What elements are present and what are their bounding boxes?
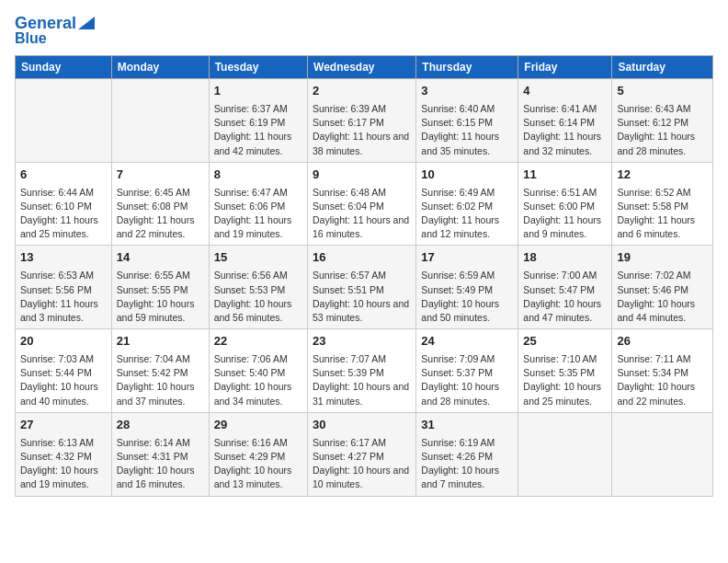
- day-content: Sunrise: 6:59 AM Sunset: 5:49 PM Dayligh…: [421, 269, 513, 325]
- calendar-cell: 7Sunrise: 6:45 AM Sunset: 6:08 PM Daylig…: [111, 162, 209, 246]
- logo-subtext: Blue: [15, 31, 47, 46]
- weekday-header-cell: Saturday: [612, 56, 713, 79]
- day-content: Sunrise: 6:37 AM Sunset: 6:19 PM Dayligh…: [214, 102, 302, 158]
- day-content: Sunrise: 7:11 AM Sunset: 5:34 PM Dayligh…: [617, 352, 708, 408]
- calendar-cell: 10Sunrise: 6:49 AM Sunset: 6:02 PM Dayli…: [416, 162, 518, 246]
- calendar-cell: 11Sunrise: 6:51 AM Sunset: 6:00 PM Dayli…: [518, 162, 612, 246]
- calendar-cell: 20Sunrise: 7:03 AM Sunset: 5:44 PM Dayli…: [16, 329, 112, 413]
- calendar-cell: 28Sunrise: 6:14 AM Sunset: 4:31 PM Dayli…: [111, 412, 209, 496]
- day-content: Sunrise: 6:49 AM Sunset: 6:02 PM Dayligh…: [421, 186, 513, 242]
- calendar-cell: 21Sunrise: 7:04 AM Sunset: 5:42 PM Dayli…: [111, 329, 209, 413]
- day-number: 8: [214, 167, 302, 184]
- calendar-week-row: 13Sunrise: 6:53 AM Sunset: 5:56 PM Dayli…: [16, 246, 713, 329]
- day-number: 2: [313, 83, 411, 100]
- day-content: Sunrise: 6:13 AM Sunset: 4:32 PM Dayligh…: [20, 436, 107, 492]
- day-content: Sunrise: 6:16 AM Sunset: 4:29 PM Dayligh…: [214, 436, 302, 492]
- weekday-header-cell: Monday: [111, 56, 209, 79]
- calendar-cell: 16Sunrise: 6:57 AM Sunset: 5:51 PM Dayli…: [308, 246, 416, 329]
- day-content: Sunrise: 7:03 AM Sunset: 5:44 PM Dayligh…: [20, 352, 107, 408]
- day-content: Sunrise: 6:57 AM Sunset: 5:51 PM Dayligh…: [313, 269, 411, 325]
- calendar-cell: [16, 79, 112, 163]
- weekday-header-cell: Wednesday: [308, 56, 416, 79]
- day-number: 25: [523, 333, 607, 350]
- calendar-cell: 30Sunrise: 6:17 AM Sunset: 4:27 PM Dayli…: [308, 412, 416, 496]
- day-number: 21: [117, 333, 204, 350]
- day-content: Sunrise: 6:47 AM Sunset: 6:06 PM Dayligh…: [214, 186, 302, 242]
- day-content: Sunrise: 6:43 AM Sunset: 6:12 PM Dayligh…: [617, 102, 708, 158]
- day-number: 26: [617, 333, 708, 350]
- day-content: Sunrise: 7:02 AM Sunset: 5:46 PM Dayligh…: [617, 269, 708, 325]
- calendar-cell: 3Sunrise: 6:40 AM Sunset: 6:15 PM Daylig…: [416, 79, 518, 163]
- calendar-cell: 4Sunrise: 6:41 AM Sunset: 6:14 PM Daylig…: [518, 79, 612, 163]
- weekday-header-row: SundayMondayTuesdayWednesdayThursdayFrid…: [16, 56, 713, 79]
- calendar-cell: 14Sunrise: 6:55 AM Sunset: 5:55 PM Dayli…: [111, 246, 209, 329]
- day-content: Sunrise: 6:44 AM Sunset: 6:10 PM Dayligh…: [20, 186, 107, 242]
- day-content: Sunrise: 7:00 AM Sunset: 5:47 PM Dayligh…: [523, 269, 607, 325]
- day-number: 22: [214, 333, 302, 350]
- day-content: Sunrise: 6:39 AM Sunset: 6:17 PM Dayligh…: [313, 102, 411, 158]
- day-number: 13: [20, 249, 107, 267]
- day-number: 5: [617, 83, 708, 100]
- day-number: 27: [20, 417, 107, 434]
- calendar-cell: 6Sunrise: 6:44 AM Sunset: 6:10 PM Daylig…: [16, 162, 112, 246]
- calendar-cell: 31Sunrise: 6:19 AM Sunset: 4:26 PM Dayli…: [416, 412, 518, 496]
- weekday-header-cell: Tuesday: [209, 56, 307, 79]
- day-number: 10: [421, 167, 513, 184]
- day-number: 16: [313, 249, 411, 267]
- day-content: Sunrise: 6:53 AM Sunset: 5:56 PM Dayligh…: [20, 269, 107, 325]
- calendar-cell: 5Sunrise: 6:43 AM Sunset: 6:12 PM Daylig…: [612, 79, 713, 163]
- day-content: Sunrise: 7:07 AM Sunset: 5:39 PM Dayligh…: [313, 352, 411, 408]
- calendar-week-row: 6Sunrise: 6:44 AM Sunset: 6:10 PM Daylig…: [16, 162, 713, 246]
- page-header: General Blue: [15, 15, 713, 46]
- calendar-cell: 19Sunrise: 7:02 AM Sunset: 5:46 PM Dayli…: [612, 246, 713, 329]
- calendar-cell: 13Sunrise: 6:53 AM Sunset: 5:56 PM Dayli…: [16, 246, 112, 329]
- day-number: 19: [617, 249, 708, 267]
- day-number: 12: [617, 167, 708, 184]
- day-content: Sunrise: 7:09 AM Sunset: 5:37 PM Dayligh…: [421, 352, 513, 408]
- calendar-week-row: 1Sunrise: 6:37 AM Sunset: 6:19 PM Daylig…: [16, 79, 713, 163]
- day-number: 14: [117, 249, 204, 267]
- day-content: Sunrise: 6:41 AM Sunset: 6:14 PM Dayligh…: [523, 102, 607, 158]
- calendar-cell: 8Sunrise: 6:47 AM Sunset: 6:06 PM Daylig…: [209, 162, 307, 246]
- calendar-cell: 24Sunrise: 7:09 AM Sunset: 5:37 PM Dayli…: [416, 329, 518, 413]
- weekday-header-cell: Friday: [518, 56, 612, 79]
- calendar-week-row: 27Sunrise: 6:13 AM Sunset: 4:32 PM Dayli…: [16, 412, 713, 496]
- calendar-cell: 2Sunrise: 6:39 AM Sunset: 6:17 PM Daylig…: [308, 79, 416, 163]
- calendar-cell: [612, 412, 713, 496]
- day-number: 1: [214, 83, 302, 100]
- logo-text: General: [15, 15, 76, 31]
- day-number: 31: [421, 417, 513, 434]
- calendar-cell: 17Sunrise: 6:59 AM Sunset: 5:49 PM Dayli…: [416, 246, 518, 329]
- day-content: Sunrise: 6:40 AM Sunset: 6:15 PM Dayligh…: [421, 102, 513, 158]
- calendar-table: SundayMondayTuesdayWednesdayThursdayFrid…: [15, 55, 713, 497]
- day-content: Sunrise: 6:19 AM Sunset: 4:26 PM Dayligh…: [421, 436, 513, 492]
- calendar-cell: 26Sunrise: 7:11 AM Sunset: 5:34 PM Dayli…: [612, 329, 713, 413]
- day-number: 3: [421, 83, 513, 100]
- calendar-cell: 9Sunrise: 6:48 AM Sunset: 6:04 PM Daylig…: [308, 162, 416, 246]
- day-number: 24: [421, 333, 513, 350]
- calendar-cell: 1Sunrise: 6:37 AM Sunset: 6:19 PM Daylig…: [209, 79, 307, 163]
- calendar-cell: 12Sunrise: 6:52 AM Sunset: 5:58 PM Dayli…: [612, 162, 713, 246]
- weekday-header-cell: Thursday: [416, 56, 518, 79]
- day-number: 20: [20, 333, 107, 350]
- day-content: Sunrise: 6:14 AM Sunset: 4:31 PM Dayligh…: [117, 436, 204, 492]
- day-content: Sunrise: 7:06 AM Sunset: 5:40 PM Dayligh…: [214, 352, 302, 408]
- day-content: Sunrise: 7:04 AM Sunset: 5:42 PM Dayligh…: [117, 352, 204, 408]
- day-content: Sunrise: 6:51 AM Sunset: 6:00 PM Dayligh…: [523, 186, 607, 242]
- day-content: Sunrise: 6:56 AM Sunset: 5:53 PM Dayligh…: [214, 269, 302, 325]
- day-content: Sunrise: 6:48 AM Sunset: 6:04 PM Dayligh…: [313, 186, 411, 242]
- calendar-cell: 23Sunrise: 7:07 AM Sunset: 5:39 PM Dayli…: [308, 329, 416, 413]
- day-number: 18: [523, 249, 607, 267]
- calendar-cell: 25Sunrise: 7:10 AM Sunset: 5:35 PM Dayli…: [518, 329, 612, 413]
- logo: General Blue: [15, 15, 95, 46]
- day-content: Sunrise: 7:10 AM Sunset: 5:35 PM Dayligh…: [523, 352, 607, 408]
- day-content: Sunrise: 6:17 AM Sunset: 4:27 PM Dayligh…: [313, 436, 411, 492]
- day-number: 7: [117, 167, 204, 184]
- day-number: 9: [313, 167, 411, 184]
- day-content: Sunrise: 6:55 AM Sunset: 5:55 PM Dayligh…: [117, 269, 204, 325]
- day-number: 6: [20, 167, 107, 184]
- calendar-cell: [518, 412, 612, 496]
- day-number: 15: [214, 249, 302, 267]
- day-number: 11: [523, 167, 607, 184]
- day-number: 4: [523, 83, 607, 100]
